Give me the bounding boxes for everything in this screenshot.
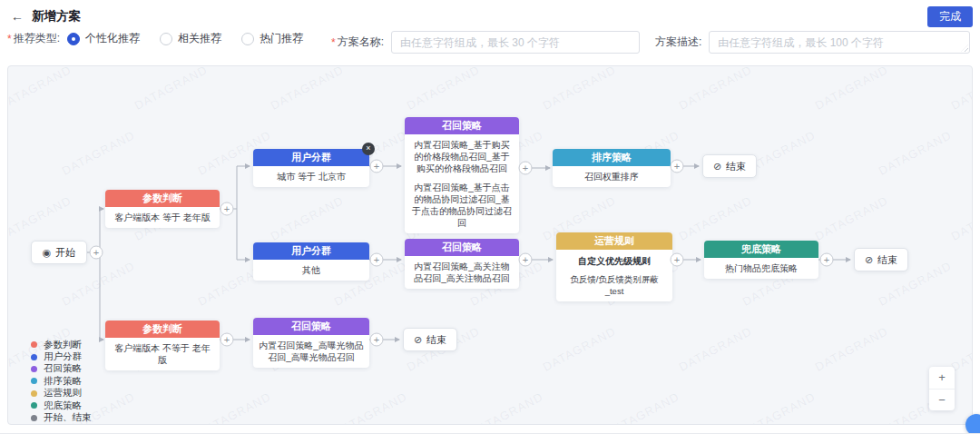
zoom-controls: + − <box>929 367 955 410</box>
node-body: 内置召回策略_高关注物品召回_高关注物品召回 <box>405 256 519 289</box>
add-node-button[interactable]: + <box>220 202 234 216</box>
add-node-button[interactable]: + <box>90 246 103 260</box>
legend-item-ops: 运营规则 <box>31 388 92 399</box>
add-node-button[interactable]: + <box>370 333 384 347</box>
done-button[interactable]: 完成 <box>927 6 973 27</box>
node-body: 热门物品兜底策略 <box>704 258 818 279</box>
start-label: 开始 <box>55 246 75 260</box>
end-node-1[interactable]: ⊘ 结束 <box>702 154 757 178</box>
legend-dot <box>31 390 37 397</box>
node-body: 其他 <box>253 260 369 281</box>
plan-desc-label: 方案描述: <box>655 35 701 50</box>
recommend-type-label: 推荐类型: <box>14 31 60 46</box>
legend-dot <box>31 378 37 384</box>
new-plan-page: ← 新增方案 完成 * 推荐类型: 个性化推荐 相关推荐 热门推荐 * 方案名称… <box>0 0 980 434</box>
add-node-button[interactable]: + <box>671 253 684 267</box>
node-body: 内置召回策略_基于购买的价格段物品召回_基于购买的价格段物品召回 <box>405 134 519 178</box>
radio-hot-recommend[interactable]: 热门推荐 <box>241 31 303 46</box>
node-recall-strategy-3[interactable]: 召回策略 内置召回策略_高曝光物品召回_高曝光物品召回 <box>253 318 369 368</box>
node-type-header: 召回策略 <box>253 318 369 335</box>
page-title: 新增方案 <box>32 8 81 25</box>
add-node-button[interactable]: + <box>370 160 384 173</box>
close-icon[interactable]: × <box>362 143 375 155</box>
end-label: 结束 <box>877 253 897 267</box>
end-label: 结束 <box>426 333 446 347</box>
node-type-header: 参数判断 <box>105 321 220 338</box>
plan-name-label: 方案名称: <box>338 35 384 50</box>
legend-item-user: 用户分群 <box>31 350 92 362</box>
legend-item-param: 参数判断 <box>31 339 92 350</box>
end-label: 结束 <box>726 160 746 173</box>
start-icon: ◉ <box>43 248 52 258</box>
node-user-group-2[interactable]: 用户分群 其他 <box>253 242 369 281</box>
node-type-header: 参数判断 <box>105 190 220 207</box>
node-param-check-1[interactable]: 参数判断 客户端版本 等于 老年版 <box>105 190 220 228</box>
node-body: 客户端版本 等于 老年版 <box>105 207 220 228</box>
zoom-out-button[interactable]: − <box>929 389 955 410</box>
end-node-3[interactable]: ⊘ 结束 <box>403 328 457 351</box>
node-body: 客户端版本 不等于 老年版 <box>105 338 220 370</box>
node-type-header: 运营规则 <box>556 232 672 250</box>
node-type-header: 排序策略 <box>553 149 671 166</box>
node-type-header: 召回策略 <box>405 239 519 256</box>
legend-dot <box>31 366 37 372</box>
legend-item-fallback: 兜底策略 <box>31 399 92 411</box>
add-node-button[interactable]: + <box>220 333 234 347</box>
legend-dot <box>31 354 37 360</box>
radio-icon <box>241 33 254 45</box>
end-icon: ⊘ <box>865 255 873 265</box>
node-type-legend: 参数判断 用户分群 召回策略 排序策略 运营规则 兜底策略 <box>31 339 92 424</box>
radio-icon <box>160 33 172 45</box>
node-type-header: 召回策略 <box>405 117 519 134</box>
node-body: 城市 等于 北京市 <box>253 166 369 187</box>
node-body: 内置召回策略_高曝光物品召回_高曝光物品召回 <box>253 335 369 368</box>
plan-desc-input[interactable] <box>709 31 970 54</box>
node-recall-strategy-2[interactable]: 召回策略 内置召回策略_高关注物品召回_高关注物品召回 <box>405 239 519 289</box>
end-icon: ⊘ <box>713 162 721 172</box>
node-ops-rule[interactable]: 运营规则 自定义优先级规则 负反馈/负反馈类别屏蔽_test <box>556 232 672 301</box>
end-node-2[interactable]: ⊘ 结束 <box>854 248 908 271</box>
add-node-button[interactable]: + <box>671 160 684 173</box>
back-icon[interactable]: ← <box>11 9 24 24</box>
node-user-group-1[interactable]: 用户分群 城市 等于 北京市 × <box>253 149 369 187</box>
top-bar: ← 新增方案 完成 <box>0 0 980 29</box>
node-type-header: 用户分群 <box>253 242 369 260</box>
node-body: 召回权重排序 <box>553 166 671 187</box>
legend-dot <box>31 415 37 421</box>
legend-dot <box>31 402 37 409</box>
legend-item-sort: 排序策略 <box>31 375 92 387</box>
add-node-button[interactable]: + <box>519 162 533 175</box>
flow-canvas[interactable]: DATAGRANDDATAGRANDDATAGRANDDATAGRANDDATA… <box>7 65 973 425</box>
add-node-button[interactable]: + <box>519 253 533 267</box>
node-param-check-2[interactable]: 参数判断 客户端版本 不等于 老年版 <box>105 321 220 370</box>
node-body: 负反馈/负反馈类别屏蔽_test <box>556 269 672 301</box>
add-node-button[interactable]: + <box>820 253 834 267</box>
zoom-in-button[interactable]: + <box>929 367 955 389</box>
plan-form: * 推荐类型: 个性化推荐 相关推荐 热门推荐 * 方案名称: 方案描述: <box>0 31 980 54</box>
node-type-header: 兜底策略 <box>704 241 818 258</box>
node-recall-strategy-1[interactable]: 召回策略 内置召回策略_基于购买的价格段物品召回_基于购买的价格段物品召回 内置… <box>405 117 519 233</box>
node-sort-strategy[interactable]: 排序策略 召回权重排序 <box>553 149 671 187</box>
required-mark: * <box>7 33 12 45</box>
help-badge[interactable] <box>965 414 980 434</box>
node-fallback-strategy[interactable]: 兜底策略 热门物品兜底策略 <box>704 241 818 279</box>
start-node[interactable]: ◉ 开始 <box>31 241 87 264</box>
node-type-header: 用户分群 <box>253 149 369 166</box>
legend-dot <box>31 341 37 348</box>
required-mark: * <box>331 36 336 49</box>
radio-icon <box>67 33 80 45</box>
node-body: 内置召回策略_基于点击的物品协同过滤召回_基于点击的物品协同过滤召回 <box>405 178 519 233</box>
add-node-button[interactable]: + <box>370 253 384 267</box>
radio-related-recommend[interactable]: 相关推荐 <box>160 31 221 46</box>
end-icon: ⊘ <box>414 335 422 345</box>
node-body-title: 自定义优先级规则 <box>556 250 672 269</box>
radio-personalized-recommend[interactable]: 个性化推荐 <box>67 31 140 46</box>
legend-item-start-end: 开始、结束 <box>31 411 92 423</box>
legend-item-recall: 召回策略 <box>31 363 92 375</box>
plan-name-input[interactable] <box>391 31 640 54</box>
